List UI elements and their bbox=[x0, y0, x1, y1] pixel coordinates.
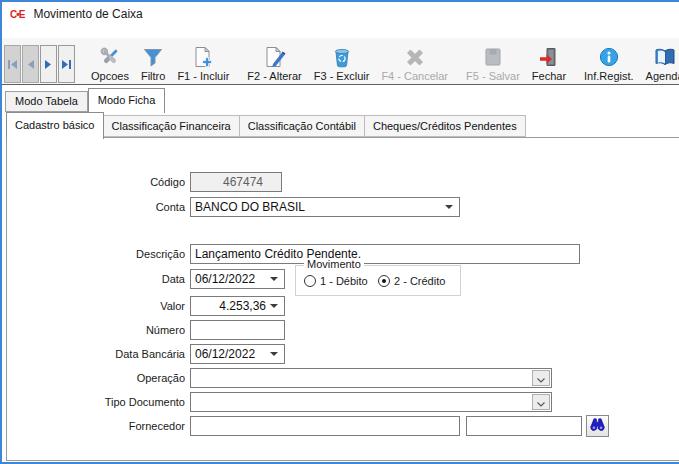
valor-row: Valor bbox=[7, 296, 679, 316]
f1-incluir-label: F1 - Incluir bbox=[177, 70, 229, 82]
radio-credito-label: 2 - Crédito bbox=[394, 275, 445, 287]
filtro-label: Filtro bbox=[141, 70, 165, 82]
operacao-input[interactable] bbox=[191, 369, 531, 387]
descricao-field[interactable] bbox=[190, 244, 580, 264]
agenda-button[interactable]: Agenda bbox=[640, 40, 679, 82]
toolbar: Opcoes Filtro F1 - Incluir bbox=[2, 38, 679, 85]
radio-debito[interactable]: 1 - Débito bbox=[304, 275, 368, 287]
title-bar: C•E Movimento de Caixa bbox=[2, 2, 679, 26]
next-record-icon bbox=[43, 59, 54, 70]
codigo-label: Código bbox=[7, 172, 185, 192]
operacao-row: Operação bbox=[7, 368, 679, 388]
tipo-documento-dropdown-button[interactable] bbox=[532, 394, 550, 410]
nav-previous-button[interactable] bbox=[22, 45, 39, 83]
tab-modo-tabela[interactable]: Modo Tabela bbox=[5, 91, 88, 112]
fechar-button[interactable]: Fechar bbox=[526, 40, 572, 82]
radio-debito-label: 1 - Débito bbox=[320, 275, 368, 287]
data-bancaria-combo[interactable] bbox=[190, 344, 285, 364]
tipo-documento-label: Tipo Documento bbox=[7, 392, 185, 412]
previous-record-icon bbox=[25, 59, 36, 70]
tipo-documento-input[interactable] bbox=[191, 393, 531, 411]
cancel-icon bbox=[403, 44, 427, 69]
f2-alterar-button[interactable]: F2 - Alterar bbox=[241, 40, 307, 82]
operacao-combo[interactable] bbox=[190, 368, 552, 388]
movimento-groupbox: Movimento 1 - Débito 2 - Crédito bbox=[295, 265, 461, 296]
recycle-bin-icon bbox=[330, 44, 354, 69]
conta-input[interactable] bbox=[191, 199, 445, 215]
conta-label: Conta bbox=[7, 197, 185, 217]
filtro-button[interactable]: Filtro bbox=[135, 40, 171, 82]
f1-incluir-button[interactable]: F1 - Incluir bbox=[171, 40, 235, 82]
tools-icon bbox=[98, 44, 122, 69]
inf-regist-button[interactable]: Inf.Regist. bbox=[578, 40, 640, 82]
fechar-label: Fechar bbox=[532, 70, 566, 82]
nav-first-button[interactable] bbox=[4, 45, 21, 83]
radio-credito[interactable]: 2 - Crédito bbox=[378, 275, 445, 287]
f4-cancelar-button[interactable]: F4 - Cancelar bbox=[375, 40, 454, 82]
conta-combo[interactable] bbox=[190, 197, 460, 217]
tab-classificacao-contabil[interactable]: Classificação Contábil bbox=[240, 115, 365, 137]
fornecedor-name-field[interactable] bbox=[466, 416, 582, 436]
agenda-book-icon bbox=[653, 44, 677, 69]
f5-salvar-button[interactable]: F5 - Salvar bbox=[460, 40, 526, 82]
cadastro-basico-panel: Código Conta Descrição Data Movimento bbox=[6, 137, 679, 461]
opcoes-button[interactable]: Opcoes bbox=[85, 40, 135, 82]
filter-icon bbox=[141, 44, 165, 69]
tab-classificacao-financeira[interactable]: Classificação Financeira bbox=[104, 115, 240, 137]
chevron-down-icon[interactable] bbox=[270, 277, 278, 281]
tipo-documento-combo[interactable] bbox=[190, 392, 552, 412]
valor-label: Valor bbox=[7, 296, 185, 316]
app-logo-icon: C•E bbox=[10, 9, 24, 20]
chevron-down-icon[interactable] bbox=[270, 304, 278, 308]
tab-modo-ficha[interactable]: Modo Ficha bbox=[88, 88, 165, 113]
numero-label: Número bbox=[7, 320, 185, 340]
fornecedor-code-field[interactable] bbox=[190, 416, 460, 436]
inf-regist-label: Inf.Regist. bbox=[584, 70, 634, 82]
fornecedor-row: Fornecedor bbox=[7, 416, 679, 436]
numero-row: Número bbox=[7, 320, 679, 340]
data-combo[interactable] bbox=[190, 269, 285, 289]
mode-tab-strip: Modo Tabela Modo Ficha bbox=[5, 88, 165, 112]
f3-excluir-button[interactable]: F3 - Excluir bbox=[308, 40, 376, 82]
info-icon bbox=[597, 44, 621, 69]
f2-alterar-label: F2 - Alterar bbox=[247, 70, 301, 82]
chevron-down-icon bbox=[537, 395, 545, 410]
data-bancaria-row: Data Bancária bbox=[7, 344, 679, 364]
app-window: C•E Movimento de Caixa bbox=[0, 0, 679, 464]
f5-salvar-label: F5 - Salvar bbox=[466, 70, 520, 82]
save-icon bbox=[481, 44, 505, 69]
data-bancaria-input[interactable] bbox=[191, 346, 270, 362]
f3-excluir-label: F3 - Excluir bbox=[314, 70, 370, 82]
tab-cadastro-basico[interactable]: Cadastro básico bbox=[6, 112, 104, 139]
first-record-icon bbox=[7, 59, 18, 70]
agenda-label: Agenda bbox=[646, 70, 679, 82]
conta-row: Conta bbox=[7, 197, 679, 217]
movimento-legend: Movimento bbox=[304, 258, 364, 270]
window-title: Movimento de Caixa bbox=[33, 7, 142, 21]
descricao-label: Descrição bbox=[7, 244, 185, 264]
record-navigator bbox=[4, 45, 75, 83]
operacao-dropdown-button[interactable] bbox=[532, 370, 550, 386]
fornecedor-search-button[interactable] bbox=[586, 415, 609, 437]
nav-next-button[interactable] bbox=[40, 45, 57, 83]
tab-cheques-creditos-pendentes[interactable]: Cheques/Créditos Pendentes bbox=[365, 115, 526, 137]
valor-combo[interactable] bbox=[190, 296, 285, 316]
numero-field[interactable] bbox=[190, 320, 285, 340]
exit-door-icon bbox=[537, 44, 561, 69]
add-document-icon bbox=[191, 44, 215, 69]
operacao-label: Operação bbox=[7, 368, 185, 388]
radio-checked-icon[interactable] bbox=[378, 275, 390, 287]
codigo-row: Código bbox=[7, 172, 679, 192]
edit-document-icon bbox=[263, 44, 287, 69]
opcoes-label: Opcoes bbox=[91, 70, 129, 82]
valor-input[interactable] bbox=[191, 298, 270, 314]
data-input[interactable] bbox=[191, 271, 270, 287]
chevron-down-icon[interactable] bbox=[445, 205, 453, 209]
data-label: Data bbox=[7, 269, 185, 289]
chevron-down-icon bbox=[537, 371, 545, 386]
fornecedor-label: Fornecedor bbox=[7, 416, 185, 436]
sub-tab-strip: Cadastro básico Classificação Financeira… bbox=[6, 112, 526, 138]
nav-last-button[interactable] bbox=[58, 45, 75, 83]
radio-unchecked-icon[interactable] bbox=[304, 275, 316, 287]
chevron-down-icon[interactable] bbox=[270, 352, 278, 356]
